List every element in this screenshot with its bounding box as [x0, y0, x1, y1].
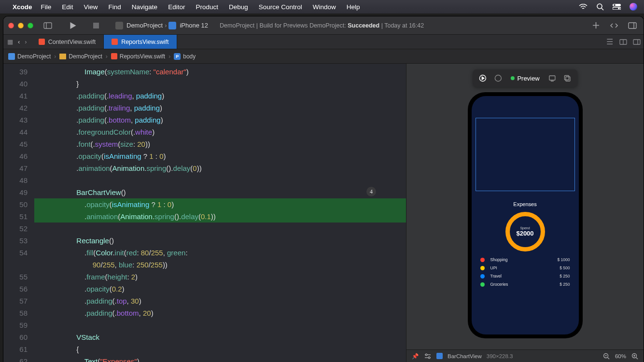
expenses-title: Expenses	[472, 201, 579, 207]
spend-ring: Spend $2000	[505, 212, 545, 251]
menu-find[interactable]: Find	[109, 3, 121, 11]
duplicate-preview-button[interactable]	[560, 71, 575, 85]
svg-rect-12	[629, 23, 636, 28]
live-preview-button[interactable]	[475, 71, 490, 85]
expense-legend: Shopping$ 1000UPI$ 500Travel$ 250Groceri…	[472, 257, 579, 287]
legend-row: Groceries$ 250	[480, 282, 570, 287]
xcode-window: DemoProject › iPhone 12 DemoProject | Bu…	[3, 16, 644, 362]
legend-row: UPI$ 500	[480, 265, 570, 270]
menu-view[interactable]: View	[84, 3, 98, 11]
scheme-selector[interactable]: DemoProject › iPhone 12	[115, 22, 208, 29]
wifi-icon[interactable]	[579, 4, 588, 10]
minimize-window-button[interactable]	[18, 23, 24, 28]
app-name[interactable]: Xcode	[13, 3, 32, 11]
close-window-button[interactable]	[8, 23, 14, 28]
project-icon	[8, 53, 15, 60]
legend-dot	[480, 266, 485, 270]
preview-label[interactable]: Preview	[505, 71, 544, 85]
adjust-editor-icon[interactable]	[616, 35, 630, 49]
preview-status-dot	[510, 76, 514, 80]
property-icon: P	[174, 53, 181, 60]
phone-mock: Expenses Spend $2000 Shopping$ 1000UPI$ …	[468, 92, 583, 338]
svg-point-4	[614, 4, 616, 6]
macos-menubar: Xcode FileEditViewFindNavigateEditorProd…	[0, 0, 644, 14]
code-editor[interactable]: 3940414243444546474849505152535455565758…	[3, 64, 406, 362]
code-content[interactable]: Image(systemName: "calendar") } .padding…	[34, 64, 406, 362]
svg-rect-6	[44, 23, 52, 28]
related-items-icon[interactable]: ▦	[7, 38, 13, 45]
swift-file-icon	[111, 53, 117, 59]
phone-screen: Expenses Spend $2000 Shopping$ 1000UPI$ …	[472, 96, 579, 334]
svg-point-28	[428, 357, 430, 359]
preview-pane: Preview Expenses Spend $2000 Sh	[406, 64, 644, 362]
menu-debug[interactable]: Debug	[229, 3, 248, 11]
device-settings-button[interactable]	[545, 71, 560, 85]
menu-window[interactable]: Window	[313, 3, 336, 11]
menu-file[interactable]: File	[41, 3, 52, 11]
library-button[interactable]	[626, 19, 639, 32]
zoom-in-button[interactable]	[631, 352, 639, 360]
main-split: 3940414243444546474849505152535455565758…	[3, 64, 644, 362]
scheme-device: iPhone 12	[180, 22, 208, 29]
svg-marker-19	[482, 77, 484, 80]
preview-footer: 📌 BarChartView 390×228.3 60%	[406, 349, 644, 362]
svg-rect-9	[93, 23, 99, 28]
svg-rect-23	[566, 77, 570, 81]
legend-dot	[480, 274, 485, 278]
nav-forward-button[interactable]: ›	[25, 38, 27, 45]
traffic-lights[interactable]	[8, 23, 33, 28]
svg-line-33	[636, 357, 638, 359]
svg-line-30	[607, 357, 609, 359]
pin-icon[interactable]: 📌	[411, 352, 419, 360]
menu-help[interactable]: Help	[347, 3, 360, 11]
preview-canvas[interactable]: Expenses Spend $2000 Shopping$ 1000UPI$ …	[406, 64, 644, 349]
legend-dot	[480, 258, 485, 262]
svg-point-0	[597, 4, 602, 9]
folder-icon	[59, 54, 66, 59]
sidebar-toggle-icon[interactable]	[42, 20, 54, 31]
preview-selection-box	[476, 118, 575, 191]
issue-badge[interactable]: 4	[366, 187, 376, 196]
line-gutter: 3940414243444546474849505152535455565758…	[3, 64, 34, 362]
nav-back-button[interactable]: ‹	[18, 38, 20, 45]
zoom-out-button[interactable]	[602, 352, 610, 360]
menu-edit[interactable]: Edit	[62, 3, 73, 11]
zoom-window-button[interactable]	[28, 23, 33, 28]
svg-point-5	[618, 8, 620, 10]
legend-dot	[480, 282, 485, 287]
minimap-toggle-icon[interactable]: ☰	[603, 35, 616, 49]
menu-navigate[interactable]: Navigate	[132, 3, 157, 11]
stop-button[interactable]	[90, 20, 102, 31]
legend-row: Shopping$ 1000	[480, 257, 570, 262]
svg-rect-21	[549, 76, 555, 80]
run-button[interactable]	[67, 20, 79, 31]
device-icon	[168, 22, 176, 29]
swift-file-icon	[112, 39, 118, 45]
svg-point-20	[495, 75, 501, 82]
zoom-level[interactable]: 60%	[615, 353, 626, 359]
siri-icon[interactable]	[630, 3, 637, 11]
swift-file-icon	[39, 39, 45, 45]
view-dimensions: 390×228.3	[487, 353, 513, 359]
app-icon	[115, 22, 123, 29]
menu-editor[interactable]: Editor	[168, 3, 185, 11]
preview-settings-icon[interactable]	[424, 352, 432, 360]
selected-view-name: BarChartView	[448, 353, 482, 359]
svg-marker-8	[70, 22, 76, 29]
chevron-right-icon: ›	[165, 22, 167, 29]
window-toolbar: DemoProject › iPhone 12 DemoProject | Bu…	[3, 16, 644, 35]
tab-contentview-swift[interactable]: ContentView.swift	[31, 35, 104, 49]
add-tab-button[interactable]	[589, 19, 602, 32]
control-center-icon[interactable]	[613, 4, 621, 10]
selectable-preview-button[interactable]	[490, 71, 505, 85]
tab-reportsview-swift[interactable]: ReportsView.swift	[104, 35, 177, 49]
menu-source-control[interactable]: Source Control	[259, 3, 302, 11]
breadcrumb[interactable]: DemoProject › DemoProject › ReportsView.…	[3, 49, 644, 64]
svg-point-27	[425, 354, 427, 356]
scheme-project: DemoProject	[126, 22, 163, 29]
spotlight-icon[interactable]	[596, 3, 604, 11]
menu-product[interactable]: Product	[196, 3, 218, 11]
add-editor-icon[interactable]	[630, 35, 644, 49]
code-review-icon[interactable]	[608, 19, 620, 32]
tab-bar: ▦ ‹ › ContentView.swiftReportsView.swift…	[3, 35, 644, 49]
